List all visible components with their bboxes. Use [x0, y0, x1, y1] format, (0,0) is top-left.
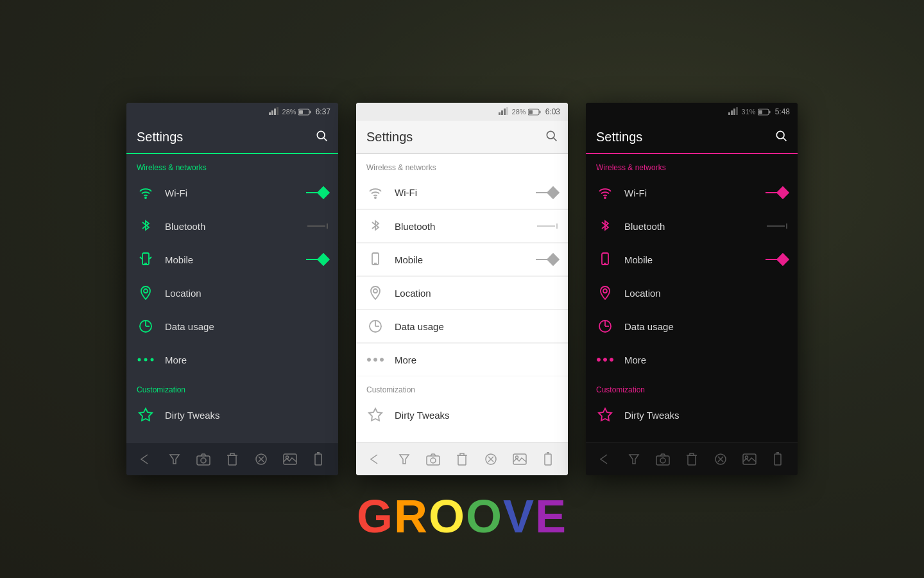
mobile-label-2: Mobile — [395, 254, 526, 265]
menu-item-location-1[interactable]: Location — [126, 276, 338, 310]
groove-logo: G R O O V E — [357, 493, 567, 539]
wifi-toggle-2[interactable] — [536, 188, 558, 197]
time-1: 6:37 — [316, 107, 330, 116]
camera-btn-2[interactable] — [423, 449, 443, 469]
trash-btn-2[interactable] — [452, 449, 472, 469]
search-icon-2[interactable] — [545, 129, 558, 145]
menu-item-datausage-2[interactable]: Data usage — [356, 310, 568, 343]
menu-item-dirtytweaks-2[interactable]: Dirty Tweaks — [356, 398, 568, 432]
dirtytweaks-icon-2 — [366, 406, 384, 424]
image-btn-2[interactable] — [509, 449, 530, 469]
menu-item-more-1[interactable]: More — [126, 343, 338, 376]
svg-rect-83 — [774, 454, 781, 465]
bottom-bar-2 — [356, 442, 568, 475]
bluetooth-toggle-1[interactable] — [307, 223, 328, 229]
filter-btn-2[interactable] — [394, 449, 415, 469]
menu-item-wifi-3[interactable]: Wi-Fi — [586, 176, 798, 209]
svg-rect-27 — [315, 454, 321, 465]
svg-rect-59 — [733, 109, 735, 115]
search-icon-3[interactable] — [774, 129, 787, 145]
menu-item-mobile-3[interactable]: Mobile — [586, 243, 798, 276]
more-icon-3 — [596, 351, 614, 369]
delete-btn-2[interactable] — [538, 449, 558, 469]
svg-point-15 — [144, 358, 148, 362]
menu-item-datausage-3[interactable]: Data usage — [586, 310, 798, 343]
image-btn-3[interactable] — [739, 449, 760, 469]
dirtytweaks-label-2: Dirty Tweaks — [395, 410, 558, 421]
menu-item-more-2[interactable]: More — [356, 343, 568, 376]
menu-item-wifi-1[interactable]: Wi-Fi — [126, 176, 338, 209]
menu-item-mobile-1[interactable]: Mobile — [126, 243, 338, 276]
close-btn-2[interactable] — [481, 449, 501, 469]
menu-item-more-3[interactable]: More — [586, 343, 798, 376]
back-btn-1[interactable] — [135, 449, 156, 469]
svg-rect-0 — [269, 112, 271, 115]
wifi-toggle-1[interactable] — [306, 188, 328, 197]
svg-point-45 — [381, 358, 384, 362]
mobile-toggle-2[interactable] — [536, 255, 558, 264]
signal-icon-2 — [499, 107, 510, 116]
battery-text-1: 28% — [282, 108, 296, 116]
bluetooth-icon-1 — [137, 217, 155, 235]
svg-rect-63 — [758, 110, 762, 114]
time-3: 5:48 — [775, 107, 790, 116]
svg-rect-31 — [504, 109, 506, 115]
delete-btn-1[interactable] — [308, 449, 329, 469]
svg-marker-74 — [629, 455, 638, 464]
dirtytweaks-icon-1 — [137, 406, 155, 424]
svg-point-44 — [374, 358, 377, 362]
location-icon-1 — [137, 284, 155, 302]
svg-rect-3 — [277, 107, 278, 115]
mobile-toggle-3[interactable] — [766, 255, 787, 264]
more-icon-2 — [366, 351, 384, 369]
filter-btn-3[interactable] — [624, 449, 644, 469]
content-2: Wireless & networks Wi-Fi — [356, 154, 568, 442]
groove-o1: O — [429, 493, 466, 539]
battery-text-3: 31% — [742, 108, 756, 116]
svg-rect-55 — [545, 454, 551, 465]
battery-icon-2 — [528, 109, 541, 116]
close-btn-3[interactable] — [710, 449, 731, 469]
groove-e: E — [535, 493, 567, 539]
app-header-1: Settings — [126, 121, 338, 154]
trash-btn-3[interactable] — [681, 449, 702, 469]
wifi-toggle-3[interactable] — [766, 188, 787, 197]
menu-item-location-3[interactable]: Location — [586, 276, 798, 310]
time-2: 6:03 — [545, 107, 560, 116]
menu-item-dirtytweaks-1[interactable]: Dirty Tweaks — [126, 398, 338, 432]
svg-point-43 — [368, 358, 371, 362]
svg-point-9 — [145, 197, 146, 198]
image-btn-1[interactable] — [280, 449, 300, 469]
wifi-label-1: Wi-Fi — [165, 188, 296, 198]
camera-btn-3[interactable] — [653, 449, 673, 469]
status-bar-1: 28% 6:37 — [126, 103, 338, 121]
mobile-toggle-1[interactable] — [306, 255, 328, 264]
svg-rect-30 — [501, 110, 503, 115]
trash-btn-1[interactable] — [222, 449, 243, 469]
bluetooth-toggle-2[interactable] — [537, 223, 558, 229]
menu-item-bluetooth-3[interactable]: Bluetooth — [586, 209, 798, 243]
menu-item-bluetooth-1[interactable]: Bluetooth — [126, 209, 338, 243]
menu-item-datausage-1[interactable]: Data usage — [126, 310, 338, 343]
location-label-3: Location — [624, 288, 787, 299]
menu-item-mobile-2[interactable]: Mobile — [356, 243, 568, 276]
filter-btn-1[interactable] — [164, 449, 185, 469]
location-label-1: Location — [165, 288, 328, 299]
search-icon-1[interactable] — [315, 129, 328, 145]
menu-item-dirtytweaks-3[interactable]: Dirty Tweaks — [586, 398, 798, 432]
app-header-2: Settings — [356, 121, 568, 154]
close-btn-1[interactable] — [251, 449, 271, 469]
svg-point-20 — [201, 458, 206, 463]
back-btn-2[interactable] — [365, 449, 386, 469]
bluetooth-toggle-3[interactable] — [767, 223, 787, 229]
section-wireless-1: Wireless & networks — [126, 154, 338, 176]
bluetooth-icon-2 — [366, 217, 384, 235]
camera-btn-1[interactable] — [193, 449, 214, 469]
menu-item-wifi-2[interactable]: Wi-Fi — [356, 176, 568, 209]
svg-rect-58 — [731, 110, 733, 115]
menu-item-location-2[interactable]: Location — [356, 276, 568, 310]
svg-line-37 — [554, 137, 557, 141]
delete-btn-3[interactable] — [767, 449, 788, 469]
menu-item-bluetooth-2[interactable]: Bluetooth — [356, 209, 568, 243]
back-btn-3[interactable] — [595, 449, 615, 469]
